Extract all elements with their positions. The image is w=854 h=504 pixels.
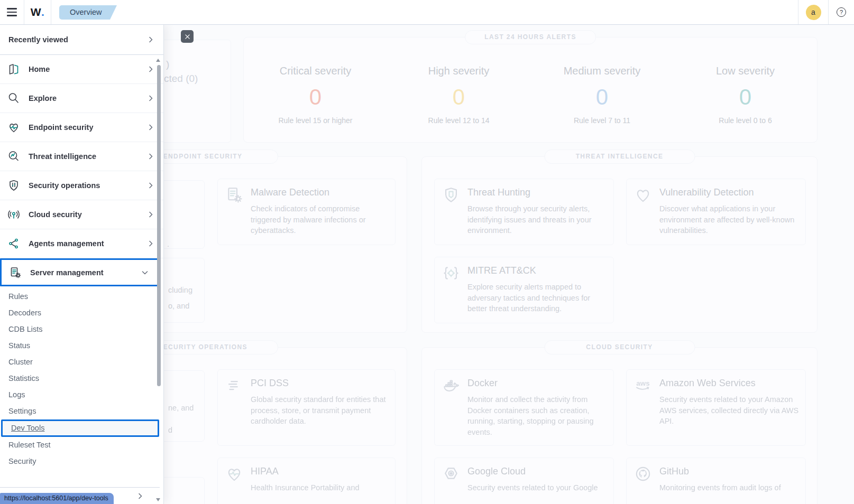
submenu-item-logs[interactable]: Logs	[0, 387, 163, 403]
threat-intelligence-panel: THREAT INTELLIGENCE Threat Hunting Brows…	[421, 156, 818, 333]
medium-severity: Medium severity 0 Rule level 7 to 11	[530, 65, 674, 125]
chevron-right-icon	[146, 210, 155, 219]
docker-icon	[442, 377, 460, 395]
recently-viewed[interactable]: Recently viewed	[0, 25, 163, 55]
sidebar-item-explore[interactable]: Explore	[0, 84, 163, 113]
submenu-item-dev-tools[interactable]: Dev Tools	[1, 419, 159, 437]
threat-intelligence-panel-title: THREAT INTELLIGENCE	[544, 150, 695, 164]
user-avatar[interactable]: a	[806, 5, 821, 20]
close-icon	[184, 33, 191, 40]
sidebar-item-threat-intelligence[interactable]: Threat intelligence	[0, 142, 163, 171]
agents-management-icon	[7, 237, 20, 250]
threat-hunting-icon	[442, 186, 460, 204]
high-severity: High severity 0 Rule level 12 to 14	[387, 65, 530, 125]
low-severity-count[interactable]: 0	[674, 85, 817, 110]
threat-hunting-card[interactable]: Threat Hunting Browse through your secur…	[434, 179, 614, 245]
github-icon	[634, 465, 652, 483]
chevron-right-icon	[146, 35, 155, 44]
navigation-flyout: Recently viewed Home Explore	[0, 25, 164, 504]
google-cloud-icon	[442, 465, 460, 483]
home-icon	[7, 63, 20, 76]
link-url-tooltip: https://localhost:5601/app/dev-tools	[0, 493, 114, 504]
vulnerability-detection-icon	[634, 186, 652, 204]
svg-text:aws: aws	[636, 379, 649, 387]
pci-dss-icon	[225, 377, 243, 395]
submenu-item-security[interactable]: Security	[0, 453, 163, 470]
submenu-item-ruleset-test[interactable]: Ruleset Test	[0, 437, 163, 453]
mitre-attack-card[interactable]: MITRE ATT&CK Explore security alerts map…	[434, 257, 614, 323]
malware-detection-icon	[225, 186, 243, 204]
recently-viewed-label: Recently viewed	[8, 35, 146, 44]
server-management-submenu: Rules Decoders CDB Lists Status Cluster …	[0, 286, 163, 470]
sidebar-item-server-management[interactable]: Server management	[0, 258, 159, 286]
critical-severity: Critical severity 0 Rule level 15 or hig…	[244, 65, 387, 125]
menu-hamburger-button[interactable]	[0, 0, 24, 24]
chevron-right-icon[interactable]	[136, 492, 144, 500]
submenu-item-cluster[interactable]: Cluster	[0, 354, 163, 370]
severity-row: Critical severity 0 Rule level 15 or hig…	[244, 38, 817, 125]
mitre-attack-icon	[442, 264, 460, 282]
divider	[51, 0, 51, 24]
google-cloud-card[interactable]: Google Cloud Security events related to …	[434, 458, 614, 504]
sidebar-divider	[0, 487, 160, 488]
cloud-security-icon	[7, 208, 20, 221]
sidebar-item-agents-management[interactable]: Agents management	[0, 229, 163, 258]
chevron-right-icon	[146, 123, 155, 132]
server-management-icon	[9, 266, 22, 279]
agents-summary-fragment: )	[166, 59, 169, 70]
chevron-right-icon	[146, 181, 155, 190]
chevron-right-icon	[146, 65, 155, 73]
close-flyout-button[interactable]	[181, 30, 194, 43]
sidebar-item-home[interactable]: Home	[0, 55, 163, 84]
sidebar-item-endpoint-security[interactable]: Endpoint security	[0, 113, 163, 142]
help-icon[interactable]: ?	[837, 7, 846, 17]
security-operations-icon	[7, 179, 20, 192]
threat-intelligence-icon	[7, 150, 20, 163]
sidebar-item-security-operations[interactable]: Security operations	[0, 171, 163, 200]
aws-icon: aws	[634, 377, 652, 395]
sidebar-item-cloud-security[interactable]: Cloud security	[0, 200, 163, 229]
malware-detection-card[interactable]: Malware Detection Check indicators of co…	[217, 179, 396, 245]
cloud-security-panel: CLOUD SECURITY Docker Monitor and collec…	[421, 347, 818, 504]
chevron-right-icon	[146, 94, 155, 102]
alerts-panel-title: LAST 24 HOURS ALERTS	[465, 30, 596, 44]
top-bar: W. Overview a ?	[0, 0, 854, 25]
tab-overview[interactable]: Overview	[59, 5, 110, 20]
high-severity-count[interactable]: 0	[387, 85, 530, 110]
submenu-item-decoders[interactable]: Decoders	[0, 305, 163, 321]
scrollbar-up-arrow[interactable]	[156, 59, 160, 62]
submenu-item-rules[interactable]: Rules	[0, 288, 163, 305]
scrollbar-down-arrow[interactable]	[156, 498, 160, 501]
submenu-item-statistics[interactable]: Statistics	[0, 370, 163, 387]
critical-severity-count[interactable]: 0	[244, 85, 387, 110]
wazuh-logo[interactable]: W.	[24, 0, 51, 24]
wazuh-dashboard: ) cted (0) LAST 24 HOURS ALERTS Critical…	[0, 0, 854, 504]
chevron-down-icon	[141, 268, 149, 277]
pci-dss-card[interactable]: PCI DSS Global security standard for ent…	[217, 369, 396, 446]
alerts-panel: LAST 24 HOURS ALERTS Critical severity 0…	[243, 37, 818, 143]
agents-disconnected-fragment: cted (0)	[164, 73, 198, 85]
low-severity: Low severity 0 Rule level 0 to 6	[674, 65, 817, 125]
submenu-item-status[interactable]: Status	[0, 338, 163, 354]
chevron-right-icon	[146, 152, 155, 161]
scrollbar-thumb[interactable]	[157, 65, 161, 386]
submenu-item-cdb-lists[interactable]: CDB Lists	[0, 321, 163, 338]
cloud-security-panel-title: CLOUD SECURITY	[544, 340, 695, 354]
docker-card[interactable]: Docker Monitor and collect the activity …	[434, 369, 614, 446]
github-card[interactable]: GitHub Monitoring events from audit logs…	[626, 458, 806, 504]
submenu-item-settings[interactable]: Settings	[0, 403, 163, 419]
vulnerability-detection-card[interactable]: Vulnerability Detection Discover what ap…	[626, 179, 806, 245]
endpoint-security-icon	[7, 121, 20, 134]
hipaa-card[interactable]: HIPAA Health Insurance Portability and	[217, 458, 396, 504]
chevron-right-icon	[146, 239, 155, 248]
hipaa-icon	[225, 465, 243, 483]
explore-icon	[7, 92, 20, 105]
medium-severity-count[interactable]: 0	[530, 85, 674, 110]
aws-card[interactable]: aws Amazon Web Services Security events …	[626, 369, 806, 446]
